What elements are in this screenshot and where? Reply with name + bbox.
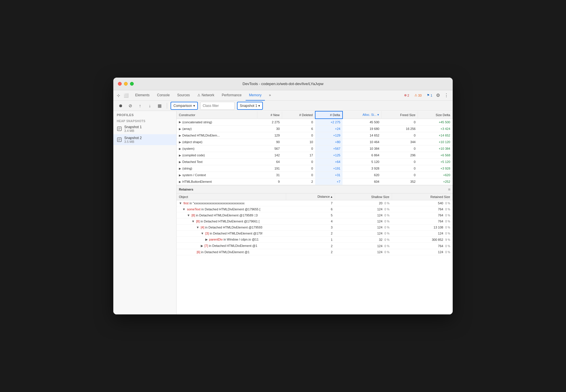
- cell-deleted: 0: [282, 159, 315, 165]
- minimize-button[interactable]: [124, 82, 128, 86]
- expand-arrow[interactable]: ▶: [179, 167, 181, 170]
- record-button[interactable]: ⏺: [117, 102, 124, 109]
- inspect-icon[interactable]: ⬜: [123, 93, 129, 98]
- ret-cell-shallow: 124 0 %: [335, 218, 392, 224]
- stop-button[interactable]: ⊘: [127, 102, 134, 109]
- ret-text: in Detached HTMLDivElement @179593: [205, 226, 262, 229]
- snapshot-1-item[interactable]: Snapshot 1 3.4 MB: [113, 123, 176, 134]
- retainer-row[interactable]: ▼ [3] in Detached HTMLDivElement @179! 2…: [177, 230, 453, 237]
- more-options-button[interactable]: ⋮: [442, 93, 450, 98]
- cell-alloc-size: 5 120: [343, 159, 382, 165]
- cursor-icon[interactable]: ⊹: [116, 93, 121, 98]
- cell-delta: +125: [315, 152, 343, 159]
- tab-network-label: Network: [202, 93, 214, 97]
- table-row[interactable]: ▶ (compiled code) 142 17 +125 6 864 296 …: [177, 152, 453, 159]
- ret-col-object: Object: [177, 193, 286, 200]
- tab-sources[interactable]: Sources: [174, 90, 193, 101]
- ret-text: in Detached HTMLDivElement @179661 [: [200, 220, 259, 223]
- upload-button[interactable]: ↑: [136, 102, 144, 109]
- window-title: DevTools - codepen.io/web-dot-dev/live/L…: [242, 82, 323, 86]
- comparison-table: Constructor # New # Deleted # Delta Allo…: [177, 111, 453, 185]
- ret-arrow: ▼: [182, 207, 186, 211]
- cell-deleted: 6: [282, 126, 315, 132]
- ret-cell-distance: 4: [286, 218, 335, 224]
- cell-deleted: 2: [282, 178, 315, 185]
- col-alloc-size[interactable]: Alloc. Si... ▾: [343, 111, 382, 119]
- expand-arrow[interactable]: ▶: [179, 180, 181, 183]
- maximize-button[interactable]: [130, 82, 134, 86]
- table-row[interactable]: ▶ (string) 191 0 +191 3 928 0 +3 928: [177, 165, 453, 172]
- cell-constructor: ▶ (array): [177, 126, 257, 132]
- expand-arrow[interactable]: ▶: [179, 160, 181, 164]
- table-row[interactable]: ▶ HTMLButtonElement 9 2 +7 604 352 +252: [177, 178, 453, 185]
- devtools-window: DevTools - codepen.io/web-dot-dev/live/L…: [113, 78, 453, 314]
- warning-triangle-icon: ⚠: [414, 93, 417, 97]
- expand-arrow[interactable]: ▶: [179, 134, 181, 137]
- table-row[interactable]: ▶ (object shape) 90 10 +80 10 464 344 +1…: [177, 139, 453, 145]
- expand-arrow[interactable]: ▶: [179, 120, 181, 124]
- main-content: Profiles HEAP SNAPSHOTS Snapshot 1 3.4 M…: [113, 111, 453, 314]
- retainer-row[interactable]: ▼ [8] in Detached HTMLDivElement @179589…: [177, 212, 453, 218]
- snapshot-dropdown[interactable]: Snapshot 1 ▾: [237, 102, 263, 110]
- tab-elements[interactable]: Elements: [132, 90, 153, 101]
- info-badge: ⚑ 1: [425, 93, 434, 98]
- retainer-row[interactable]: ▼ someText in Detached HTMLDivElement @1…: [177, 206, 453, 212]
- retainer-row[interactable]: ▼ first in "xxxxxxxxxxxxxxxxxxxxxxxxxxxx…: [177, 200, 453, 206]
- snapshot-icon: [117, 126, 122, 131]
- tab-memory[interactable]: Memory: [246, 90, 265, 101]
- table-row[interactable]: ▶ Detached HTMLDivElem... 129 0 +129 14 …: [177, 132, 453, 139]
- cell-freed-size: 0: [382, 145, 418, 152]
- cell-new: 31: [257, 172, 282, 178]
- cell-size-delta: +10 120: [418, 139, 453, 145]
- tab-network[interactable]: ⚠ Network: [194, 90, 218, 101]
- expand-arrow[interactable]: ▶: [179, 127, 181, 130]
- download-button[interactable]: ↓: [146, 102, 154, 109]
- ret-col-distance[interactable]: Distance ▴: [286, 193, 335, 200]
- snapshot-chevron: ▾: [258, 104, 260, 108]
- ret-keyword: first: [183, 201, 189, 205]
- table-row[interactable]: ▶ system / Context 31 0 +31 620 0 +620: [177, 172, 453, 178]
- cell-freed-size: 0: [382, 132, 418, 139]
- cell-size-delta: +3 424: [418, 126, 453, 132]
- tab-performance[interactable]: Performance: [218, 90, 245, 101]
- snapshot-2-item[interactable]: Snapshot 2 3.5 MB: [113, 134, 176, 145]
- ret-arrow: ▼: [201, 232, 204, 235]
- expand-arrow[interactable]: ▶: [179, 174, 181, 177]
- col-deleted: # Deleted: [282, 111, 315, 119]
- retainer-row[interactable]: ▼ [8] in Detached HTMLDivElement @179661…: [177, 218, 453, 224]
- cell-delta: +567: [315, 145, 343, 152]
- ret-cell-shallow: 20 0 %: [335, 200, 392, 206]
- cell-freed-size: 344: [382, 139, 418, 145]
- table-row[interactable]: ▶ (concatenated string) 2 275 0 +2 275 4…: [177, 119, 453, 126]
- collect-button[interactable]: ▦: [156, 102, 163, 109]
- cell-delta: +64: [315, 159, 343, 165]
- cell-new: 142: [257, 152, 282, 159]
- col-size-delta: Size Delta: [418, 111, 453, 119]
- cell-freed-size: 0: [382, 172, 418, 178]
- table-row[interactable]: ▶ (array) 30 6 +24 19 680 16 256 +3 424: [177, 126, 453, 132]
- class-filter-input[interactable]: [200, 102, 235, 110]
- ret-cell-retained: 764 0 %: [392, 218, 452, 224]
- cell-freed-size: 16 256: [382, 126, 418, 132]
- table-row[interactable]: ▶ Detached Text 64 0 +64 5 120 0 +5 120: [177, 159, 453, 165]
- retainer-row[interactable]: [6] in Detached HTMLDivElement @1 2 124 …: [177, 249, 453, 255]
- ret-keyword: parentDiv: [209, 238, 223, 241]
- retainer-row[interactable]: ▼ [4] in Detached HTMLDivElement @179593…: [177, 224, 453, 230]
- expand-arrow[interactable]: ▶: [179, 141, 181, 144]
- cell-new: 191: [257, 165, 282, 172]
- ret-cell-distance: 3: [286, 224, 335, 230]
- tab-more[interactable]: »: [265, 90, 274, 101]
- close-button[interactable]: [118, 82, 122, 86]
- traffic-lights: [118, 82, 134, 86]
- ret-cell-shallow: 124 0 %: [335, 206, 392, 212]
- retainer-row[interactable]: ▶ [7] in Detached HTMLDivElement @1 2 12…: [177, 243, 453, 249]
- table-row[interactable]: ▶ (system) 567 0 +567 10 384 0 +10 384: [177, 145, 453, 152]
- tab-console[interactable]: Console: [154, 90, 173, 101]
- comparison-dropdown[interactable]: Comparison ▾: [171, 102, 198, 110]
- expand-arrow[interactable]: ▶: [179, 154, 181, 157]
- settings-button[interactable]: ⚙: [434, 93, 442, 98]
- retainer-row[interactable]: ▶ parentDiv in Window / cdpn.io @11 1 32…: [177, 237, 453, 243]
- ret-cell-retained: 13 108 0 %: [392, 224, 452, 230]
- expand-arrow[interactable]: ▶: [179, 147, 181, 150]
- cell-constructor: ▶ (object shape): [177, 139, 257, 145]
